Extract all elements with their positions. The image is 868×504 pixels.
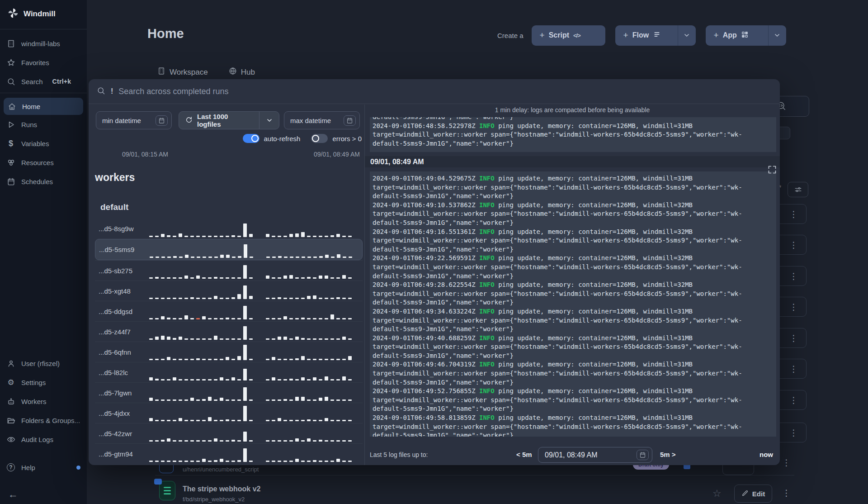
activity-bar <box>266 298 269 299</box>
worker-row[interactable]: ...d5-42zwr <box>95 423 363 443</box>
row-kebab-menu[interactable]: ⋮ <box>789 396 798 404</box>
row-kebab-menu[interactable]: ⋮ <box>789 272 798 281</box>
log-level-info: INFO <box>479 201 495 209</box>
row-kebab-menu[interactable]: ⋮ <box>789 303 798 311</box>
row-kebab-menu[interactable]: ⋮ <box>789 428 798 437</box>
sidebar-item-help[interactable]: ? Help <box>0 458 87 477</box>
collapse-sidebar-icon[interactable]: ← <box>8 489 18 500</box>
activity-bar <box>190 236 194 237</box>
activity-bar <box>272 399 275 401</box>
worker-row[interactable]: ...d5-xgt48 <box>95 281 363 301</box>
min-datetime-input[interactable]: min datetime <box>96 111 172 129</box>
step-back-button[interactable]: < 5m <box>516 451 532 458</box>
calendar-icon[interactable] <box>637 450 649 460</box>
log-level-info: INFO <box>479 334 495 342</box>
sidebar-item-user[interactable]: User (rfiszel) <box>0 354 87 373</box>
worker-row[interactable]: ...d5-7lgwn <box>95 382 363 403</box>
log-block-current[interactable]: 2024-09-01T06:49:04.529675Z INFO ping up… <box>370 171 776 437</box>
row-kebab-menu[interactable]: ⋮ <box>782 489 791 497</box>
auto-refresh-toggle[interactable] <box>243 134 259 143</box>
edit-button[interactable]: Edit <box>734 485 772 503</box>
favorite-star-icon[interactable]: ☆ <box>712 488 722 499</box>
sidebar-item-search[interactable]: Search Ctrl+k <box>0 72 87 91</box>
flow-lines-icon <box>653 31 661 40</box>
row-kebab-menu[interactable]: ⋮ <box>782 458 791 467</box>
activity-bar <box>336 420 340 421</box>
activity-bar <box>249 379 253 380</box>
calendar-icon <box>6 177 15 186</box>
create-flow-button[interactable]: + Flow <box>615 25 678 46</box>
create-app-label: App <box>723 31 737 39</box>
worker-row[interactable]: ...d5-l82lc <box>95 362 363 382</box>
tab-hub[interactable]: Hub <box>229 67 255 77</box>
runs-search-modal: ! Search across completed runs min datet… <box>89 79 780 465</box>
create-script-button[interactable]: + Script </> <box>532 25 605 46</box>
sidebar-item-workspace[interactable]: windmill-labs <box>0 34 87 53</box>
sidebar-item-schedules[interactable]: Schedules <box>0 172 87 191</box>
log-line: target=windmill_worker::worker span={"ho… <box>373 290 776 299</box>
worker-row[interactable]: ...d5-sb275 <box>95 260 363 281</box>
activity-bar <box>325 376 328 380</box>
sidebar-item-runs[interactable]: Runs <box>0 115 87 134</box>
sidebar-item-resources[interactable]: Resources <box>0 153 87 172</box>
row-kebab-menu[interactable]: ⋮ <box>789 334 798 342</box>
activity-bar <box>325 397 328 401</box>
create-app-dropdown-button[interactable] <box>768 25 786 46</box>
sidebar-item-home[interactable]: Home <box>4 98 83 115</box>
worker-row[interactable]: ...d5-z44f7 <box>95 321 363 342</box>
activity-bar <box>301 356 305 360</box>
filter-settings-button[interactable] <box>788 182 808 197</box>
sidebar-item-folders[interactable]: Folders & Groups... <box>0 411 87 430</box>
worker-rows: ...d5-8sg9w...d5-5sms9...d5-sb275...d5-x… <box>95 219 363 464</box>
modal-search-bar[interactable]: ! Search across completed runs <box>89 79 780 104</box>
row-kebab-menu[interactable]: ⋮ <box>789 365 798 373</box>
activity-bar <box>330 359 334 360</box>
max-datetime-input[interactable]: max datetime <box>284 111 360 129</box>
activity-bar <box>244 244 247 258</box>
logfiles-select[interactable]: Last 1000 logfiles <box>179 111 279 129</box>
chevron-down-icon[interactable] <box>259 112 279 129</box>
sidebar-item-audit-logs[interactable]: Audit Logs <box>0 430 87 449</box>
sidebar-item-favorites[interactable]: Favorites <box>0 53 87 72</box>
calendar-icon[interactable] <box>156 115 168 126</box>
row-kebab-menu[interactable]: ⋮ <box>789 210 798 219</box>
log-block-previous[interactable]: default-5sms9-Jmn1G","name":"worker"}202… <box>370 117 776 152</box>
activity-bar <box>342 236 346 237</box>
app-logo[interactable]: Windmill <box>0 0 87 27</box>
sidebar-item-settings[interactable]: ⚙ Settings <box>0 373 87 392</box>
worker-row[interactable]: ...d5-8sg9w <box>95 219 363 239</box>
errors-toggle[interactable] <box>311 134 328 143</box>
activity-bar <box>348 236 352 237</box>
activity-bar <box>348 318 352 319</box>
sidebar-item-label: Help <box>21 464 35 471</box>
create-flow-dropdown-button[interactable] <box>678 25 696 46</box>
activity-bar <box>208 298 212 299</box>
activity-bar <box>179 277 182 279</box>
worker-row[interactable]: ...d5-6qfnn <box>95 342 363 362</box>
step-forward-button[interactable]: 5m > <box>660 451 676 458</box>
worker-row[interactable]: ...d5-ddgsd <box>95 301 363 321</box>
log-line: target=windmill_worker::worker span={"ho… <box>373 316 776 325</box>
worker-row[interactable]: ...d5-5sms9 <box>95 239 363 260</box>
sidebar-item-variables[interactable]: $ Variables <box>0 134 87 153</box>
activity-bar <box>179 418 182 421</box>
calendar-icon[interactable] <box>344 115 356 126</box>
now-button[interactable]: now <box>760 451 773 458</box>
create-app-button[interactable]: + App <box>706 25 768 46</box>
search-icon <box>6 77 15 86</box>
expand-icon[interactable] <box>768 165 778 175</box>
activity-bar <box>243 406 247 421</box>
activity-bar <box>179 257 183 258</box>
log-datetime-input[interactable]: 09/01, 08:49 AM <box>538 447 652 463</box>
activity-bar <box>226 236 229 237</box>
log-line: target=windmill_worker::worker span={"ho… <box>373 130 776 139</box>
tab-workspace[interactable]: Workspace <box>157 67 208 77</box>
activity-bar <box>330 440 334 442</box>
activity-bar <box>179 337 182 340</box>
sidebar-item-workers[interactable]: Workers <box>0 392 87 411</box>
activity-bar <box>208 277 212 279</box>
row-kebab-menu[interactable]: ⋮ <box>789 241 798 249</box>
worker-row[interactable]: ...d5-4jdxx <box>95 403 363 423</box>
activity-bar <box>155 379 159 380</box>
activity-bar <box>214 277 217 279</box>
